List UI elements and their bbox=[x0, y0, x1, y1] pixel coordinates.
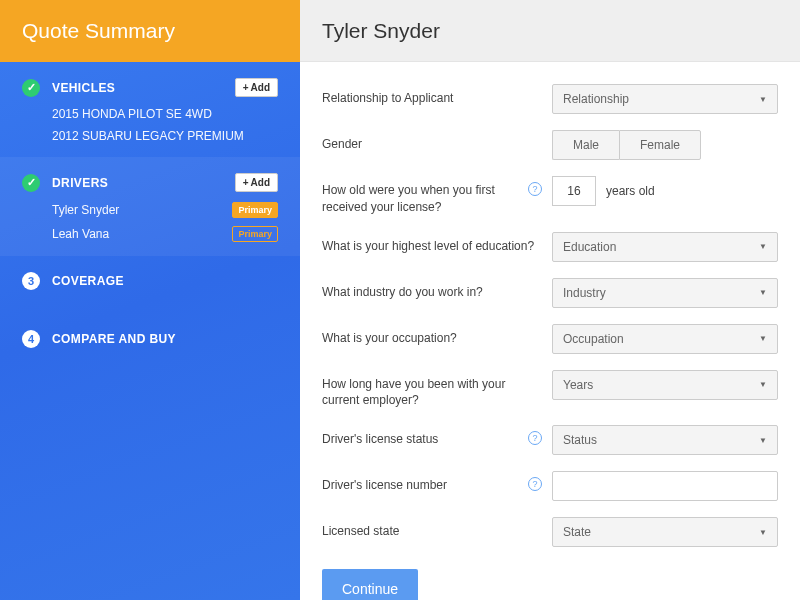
label-text: How old were you when you first received… bbox=[322, 182, 522, 216]
field-label: Relationship to Applicant bbox=[322, 84, 552, 107]
field-control: Years▼ bbox=[552, 370, 778, 400]
field-gender: Gender Male Female bbox=[322, 130, 778, 160]
driver-label: Tyler Snyder bbox=[52, 203, 119, 217]
section-head: 3 COVERAGE bbox=[22, 272, 278, 290]
education-select[interactable]: Education▼ bbox=[552, 232, 778, 262]
help-icon[interactable]: ? bbox=[528, 477, 542, 491]
field-label: Gender bbox=[322, 130, 552, 153]
section-title: COVERAGE bbox=[52, 274, 124, 288]
primary-badge: Primary bbox=[232, 226, 278, 242]
section-head-left: ✓ VEHICLES bbox=[22, 79, 115, 97]
field-label: Driver's license number? bbox=[322, 471, 552, 494]
field-control: Status▼ bbox=[552, 425, 778, 455]
chevron-down-icon: ▼ bbox=[759, 528, 767, 537]
select-value: Education bbox=[563, 240, 616, 254]
select-value: Relationship bbox=[563, 92, 629, 106]
field-label: Licensed state bbox=[322, 517, 552, 540]
plus-icon: + bbox=[243, 177, 249, 188]
chevron-down-icon: ▼ bbox=[759, 334, 767, 343]
add-label: Add bbox=[251, 82, 270, 93]
sidebar-title: Quote Summary bbox=[22, 19, 175, 43]
add-label: Add bbox=[251, 177, 270, 188]
vehicle-label: 2012 SUBARU LEGACY PREMIUM bbox=[52, 129, 244, 143]
select-value: Years bbox=[563, 378, 593, 392]
sidebar-section-compare[interactable]: 4 COMPARE AND BUY bbox=[0, 314, 300, 372]
list-item[interactable]: 2015 HONDA PILOT SE 4WD bbox=[52, 107, 278, 121]
chevron-down-icon: ▼ bbox=[759, 95, 767, 104]
section-head: ✓ VEHICLES +Add bbox=[22, 78, 278, 97]
field-control: Education▼ bbox=[552, 232, 778, 262]
field-label: What is your occupation? bbox=[322, 324, 552, 347]
field-label: What industry do you work in? bbox=[322, 278, 552, 301]
field-license-number: Driver's license number? bbox=[322, 471, 778, 501]
sidebar-header: Quote Summary bbox=[0, 0, 300, 62]
age-licensed-input[interactable] bbox=[552, 176, 596, 206]
label-text: How long have you been with your current… bbox=[322, 376, 542, 410]
help-icon[interactable]: ? bbox=[528, 182, 542, 196]
section-head: 4 COMPARE AND BUY bbox=[22, 330, 278, 348]
section-title: COMPARE AND BUY bbox=[52, 332, 176, 346]
field-control: Industry▼ bbox=[552, 278, 778, 308]
sidebar-section-drivers: ✓ DRIVERS +Add Tyler Snyder Primary Leah… bbox=[0, 157, 300, 256]
employer-years-select[interactable]: Years▼ bbox=[552, 370, 778, 400]
vehicle-label: 2015 HONDA PILOT SE 4WD bbox=[52, 107, 212, 121]
driver-form: Relationship to Applicant Relationship▼ … bbox=[300, 62, 800, 600]
continue-button[interactable]: Continue bbox=[322, 569, 418, 600]
label-text: Gender bbox=[322, 136, 362, 153]
license-number-input[interactable] bbox=[552, 471, 778, 501]
field-education: What is your highest level of education?… bbox=[322, 232, 778, 262]
add-vehicle-button[interactable]: +Add bbox=[235, 78, 278, 97]
relationship-select[interactable]: Relationship▼ bbox=[552, 84, 778, 114]
field-relationship: Relationship to Applicant Relationship▼ bbox=[322, 84, 778, 114]
gender-male-button[interactable]: Male bbox=[552, 130, 619, 160]
chevron-down-icon: ▼ bbox=[759, 436, 767, 445]
driver-label: Leah Vana bbox=[52, 227, 109, 241]
section-head-left: 3 COVERAGE bbox=[22, 272, 124, 290]
main-header: Tyler Snyder bbox=[300, 0, 800, 62]
sidebar: Quote Summary ✓ VEHICLES +Add 2015 HONDA… bbox=[0, 0, 300, 600]
select-value: Occupation bbox=[563, 332, 624, 346]
select-value: Status bbox=[563, 433, 597, 447]
list-item[interactable]: 2012 SUBARU LEGACY PREMIUM bbox=[52, 129, 278, 143]
gender-female-button[interactable]: Female bbox=[619, 130, 701, 160]
label-text: Relationship to Applicant bbox=[322, 90, 453, 107]
label-text: What is your occupation? bbox=[322, 330, 457, 347]
list-item[interactable]: Leah Vana Primary bbox=[52, 226, 278, 242]
primary-badge: Primary bbox=[232, 202, 278, 218]
select-value: Industry bbox=[563, 286, 606, 300]
license-status-select[interactable]: Status▼ bbox=[552, 425, 778, 455]
drivers-list: Tyler Snyder Primary Leah Vana Primary bbox=[22, 202, 278, 242]
list-item[interactable]: Tyler Snyder Primary bbox=[52, 202, 278, 218]
chevron-down-icon: ▼ bbox=[759, 380, 767, 389]
section-head-left: 4 COMPARE AND BUY bbox=[22, 330, 176, 348]
section-head-left: ✓ DRIVERS bbox=[22, 174, 108, 192]
help-icon[interactable]: ? bbox=[528, 431, 542, 445]
age-suffix: years old bbox=[606, 184, 655, 198]
section-title: VEHICLES bbox=[52, 81, 115, 95]
label-text: Driver's license status bbox=[322, 431, 438, 448]
label-text: What is your highest level of education? bbox=[322, 238, 534, 255]
chevron-down-icon: ▼ bbox=[759, 288, 767, 297]
industry-select[interactable]: Industry▼ bbox=[552, 278, 778, 308]
step-number-icon: 4 bbox=[22, 330, 40, 348]
field-age-licensed: How old were you when you first received… bbox=[322, 176, 778, 216]
check-icon: ✓ bbox=[22, 79, 40, 97]
add-driver-button[interactable]: +Add bbox=[235, 173, 278, 192]
label-text: Licensed state bbox=[322, 523, 399, 540]
section-head: ✓ DRIVERS +Add bbox=[22, 173, 278, 192]
check-icon: ✓ bbox=[22, 174, 40, 192]
step-number-icon: 3 bbox=[22, 272, 40, 290]
field-industry: What industry do you work in? Industry▼ bbox=[322, 278, 778, 308]
sidebar-section-coverage[interactable]: 3 COVERAGE bbox=[0, 256, 300, 314]
field-label: How old were you when you first received… bbox=[322, 176, 552, 216]
field-license-status: Driver's license status? Status▼ bbox=[322, 425, 778, 455]
occupation-select[interactable]: Occupation▼ bbox=[552, 324, 778, 354]
label-text: Driver's license number bbox=[322, 477, 447, 494]
licensed-state-select[interactable]: State▼ bbox=[552, 517, 778, 547]
main-panel: Tyler Snyder Relationship to Applicant R… bbox=[300, 0, 800, 600]
field-label: How long have you been with your current… bbox=[322, 370, 552, 410]
vehicles-list: 2015 HONDA PILOT SE 4WD 2012 SUBARU LEGA… bbox=[22, 107, 278, 143]
section-title: DRIVERS bbox=[52, 176, 108, 190]
gender-toggle: Male Female bbox=[552, 130, 778, 160]
label-text: What industry do you work in? bbox=[322, 284, 483, 301]
